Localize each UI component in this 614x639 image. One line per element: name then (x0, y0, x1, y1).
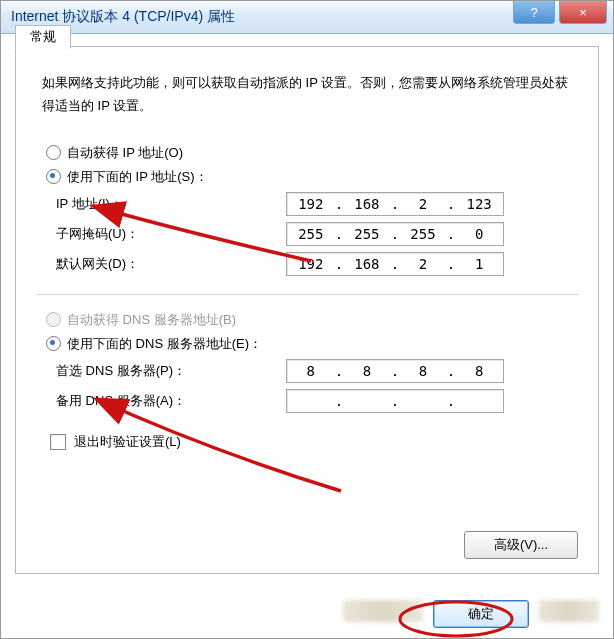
radio-manual-dns-label: 使用下面的 DNS 服务器地址(E)： (67, 335, 262, 353)
ip-address-input[interactable]: 192. 168. 2. 123 (286, 192, 504, 216)
gateway-input[interactable]: 192. 168. 2. 1 (286, 252, 504, 276)
titlebar-controls: ? × (513, 1, 607, 24)
ip-octet[interactable]: 168 (346, 196, 388, 212)
validate-on-exit-row[interactable]: 退出时验证设置(L) (50, 433, 578, 451)
advanced-button-label: 高级(V)... (494, 536, 548, 554)
close-button[interactable]: × (559, 1, 607, 24)
ip-address-label: IP 地址(I)： (56, 195, 286, 213)
close-icon: × (579, 5, 587, 20)
radio-auto-ip[interactable] (46, 145, 61, 160)
ip-octet[interactable]: 1 (458, 256, 500, 272)
validate-on-exit-checkbox[interactable] (50, 434, 66, 450)
radio-auto-dns-label: 自动获得 DNS 服务器地址(B) (67, 311, 236, 329)
alternate-dns-input[interactable]: . . . (286, 389, 504, 413)
gateway-label: 默认网关(D)： (56, 255, 286, 273)
properties-dialog: Internet 协议版本 4 (TCP/IPv4) 属性 ? × 常规 如果网… (0, 0, 614, 639)
ip-octet[interactable]: 2 (402, 256, 444, 272)
help-button[interactable]: ? (513, 1, 555, 24)
subnet-mask-row: 子网掩码(U)： 255. 255. 255. 0 (56, 222, 578, 246)
subnet-mask-label: 子网掩码(U)： (56, 225, 286, 243)
radio-manual-dns[interactable] (46, 336, 61, 351)
ip-octet[interactable]: 192 (290, 196, 332, 212)
tab-general-label: 常规 (30, 28, 56, 46)
alternate-dns-row: 备用 DNS 服务器(A)： . . . (56, 389, 578, 413)
blurred-region (539, 600, 599, 622)
ip-octet[interactable]: 123 (458, 196, 500, 212)
ip-octet[interactable]: 2 (402, 196, 444, 212)
preferred-dns-label: 首选 DNS 服务器(P)： (56, 362, 286, 380)
radio-auto-ip-row[interactable]: 自动获得 IP 地址(O) (46, 144, 578, 162)
dialog-buttons: 确定 (343, 600, 599, 628)
preferred-dns-row: 首选 DNS 服务器(P)： 8. 8. 8. 8 (56, 359, 578, 383)
gateway-row: 默认网关(D)： 192. 168. 2. 1 (56, 252, 578, 276)
subnet-mask-input[interactable]: 255. 255. 255. 0 (286, 222, 504, 246)
tab-general[interactable]: 常规 (15, 25, 71, 49)
titlebar: Internet 协议版本 4 (TCP/IPv4) 属性 ? × (1, 1, 613, 34)
help-icon: ? (530, 5, 537, 20)
radio-auto-ip-label: 自动获得 IP 地址(O) (67, 144, 183, 162)
ip-octet[interactable]: 8 (402, 363, 444, 379)
alternate-dns-label: 备用 DNS 服务器(A)： (56, 392, 286, 410)
dialog-body: 常规 如果网络支持此功能，则可以获取自动指派的 IP 设置。否则，您需要从网络系… (1, 34, 613, 588)
radio-manual-ip[interactable] (46, 169, 61, 184)
radio-manual-dns-row[interactable]: 使用下面的 DNS 服务器地址(E)： (46, 335, 578, 353)
ip-octet[interactable]: 0 (458, 226, 500, 242)
ip-octet[interactable]: 168 (346, 256, 388, 272)
tab-panel-general: 常规 如果网络支持此功能，则可以获取自动指派的 IP 设置。否则，您需要从网络系… (15, 46, 599, 574)
ip-address-row: IP 地址(I)： 192. 168. 2. 123 (56, 192, 578, 216)
validate-on-exit-label: 退出时验证设置(L) (74, 433, 181, 451)
ip-octet[interactable]: 8 (346, 363, 388, 379)
ok-button-label: 确定 (468, 605, 494, 623)
window-title: Internet 协议版本 4 (TCP/IPv4) 属性 (11, 8, 235, 26)
separator (36, 294, 578, 295)
preferred-dns-input[interactable]: 8. 8. 8. 8 (286, 359, 504, 383)
ip-octet[interactable]: 8 (458, 363, 500, 379)
radio-manual-ip-row[interactable]: 使用下面的 IP 地址(S)： (46, 168, 578, 186)
advanced-button[interactable]: 高级(V)... (464, 531, 578, 559)
ip-octet[interactable]: 8 (290, 363, 332, 379)
ip-octet[interactable]: 255 (290, 226, 332, 242)
description-text: 如果网络支持此功能，则可以获取自动指派的 IP 设置。否则，您需要从网络系统管理… (42, 71, 572, 118)
ok-button[interactable]: 确定 (433, 600, 529, 628)
radio-auto-dns-row: 自动获得 DNS 服务器地址(B) (46, 311, 578, 329)
ip-octet[interactable]: 192 (290, 256, 332, 272)
ip-octet[interactable]: 255 (402, 226, 444, 242)
radio-auto-dns (46, 312, 61, 327)
radio-manual-ip-label: 使用下面的 IP 地址(S)： (67, 168, 208, 186)
ip-octet[interactable]: 255 (346, 226, 388, 242)
blurred-region (343, 600, 423, 622)
